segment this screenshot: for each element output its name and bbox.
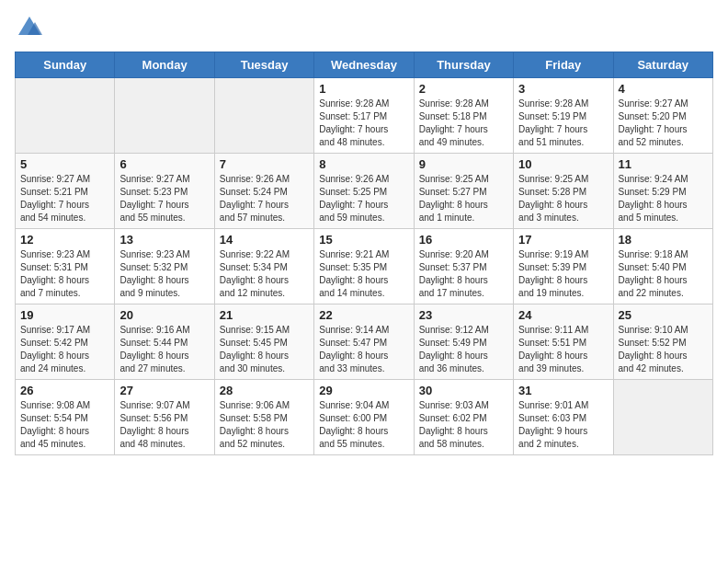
day-info: Sunrise: 9:27 AM Sunset: 5:23 PM Dayligh… (119, 173, 209, 224)
day-info: Sunrise: 9:25 AM Sunset: 5:27 PM Dayligh… (419, 173, 508, 224)
calendar-cell: 6Sunrise: 9:27 AM Sunset: 5:23 PM Daylig… (115, 154, 214, 229)
weekday-header-monday: Monday (115, 52, 214, 78)
calendar-cell: 22Sunrise: 9:14 AM Sunset: 5:47 PM Dayli… (314, 304, 414, 380)
calendar-cell: 17Sunrise: 9:19 AM Sunset: 5:39 PM Dayli… (514, 229, 613, 304)
weekday-header-thursday: Thursday (414, 52, 513, 78)
day-number: 27 (119, 384, 209, 397)
logo (15, 15, 42, 40)
calendar-cell: 23Sunrise: 9:12 AM Sunset: 5:49 PM Dayli… (414, 304, 513, 380)
calendar-cell: 30Sunrise: 9:03 AM Sunset: 6:02 PM Dayli… (414, 380, 513, 455)
day-number: 5 (20, 157, 109, 171)
day-info: Sunrise: 9:15 AM Sunset: 5:45 PM Dayligh… (220, 324, 309, 375)
day-info: Sunrise: 9:24 AM Sunset: 5:29 PM Dayligh… (619, 173, 708, 224)
calendar-cell: 5Sunrise: 9:27 AM Sunset: 5:21 PM Daylig… (16, 154, 115, 229)
calendar-cell: 12Sunrise: 9:23 AM Sunset: 5:31 PM Dayli… (16, 229, 115, 304)
logo-icon (17, 15, 42, 40)
day-info: Sunrise: 9:12 AM Sunset: 5:49 PM Dayligh… (419, 324, 508, 375)
day-info: Sunrise: 9:19 AM Sunset: 5:39 PM Dayligh… (518, 248, 608, 300)
weekday-header-row: SundayMondayTuesdayWednesdayThursdayFrid… (16, 52, 713, 78)
day-info: Sunrise: 9:28 AM Sunset: 5:17 PM Dayligh… (319, 98, 408, 149)
day-number: 13 (119, 233, 209, 247)
calendar-cell: 24Sunrise: 9:11 AM Sunset: 5:51 PM Dayli… (514, 304, 613, 380)
day-info: Sunrise: 9:26 AM Sunset: 5:25 PM Dayligh… (319, 173, 408, 224)
calendar-cell: 10Sunrise: 9:25 AM Sunset: 5:28 PM Dayli… (514, 154, 613, 229)
day-number: 26 (20, 384, 109, 397)
day-number: 18 (619, 233, 708, 247)
day-number: 22 (319, 308, 408, 322)
day-info: Sunrise: 9:07 AM Sunset: 5:56 PM Dayligh… (119, 399, 209, 451)
day-info: Sunrise: 9:26 AM Sunset: 5:24 PM Dayligh… (220, 173, 309, 224)
calendar-cell: 11Sunrise: 9:24 AM Sunset: 5:29 PM Dayli… (613, 154, 712, 229)
calendar-cell (613, 380, 712, 455)
calendar-week-row: 5Sunrise: 9:27 AM Sunset: 5:21 PM Daylig… (16, 154, 713, 229)
day-info: Sunrise: 9:10 AM Sunset: 5:52 PM Dayligh… (619, 324, 708, 375)
day-info: Sunrise: 9:21 AM Sunset: 5:35 PM Dayligh… (319, 248, 408, 300)
day-number: 21 (220, 308, 309, 322)
day-number: 16 (419, 233, 508, 247)
day-info: Sunrise: 9:25 AM Sunset: 5:28 PM Dayligh… (518, 173, 608, 224)
day-number: 1 (319, 82, 408, 96)
calendar-cell: 19Sunrise: 9:17 AM Sunset: 5:42 PM Dayli… (16, 304, 115, 380)
day-number: 28 (220, 384, 309, 397)
day-info: Sunrise: 9:16 AM Sunset: 5:44 PM Dayligh… (119, 324, 209, 375)
calendar-cell: 18Sunrise: 9:18 AM Sunset: 5:40 PM Dayli… (613, 229, 712, 304)
calendar-cell: 31Sunrise: 9:01 AM Sunset: 6:03 PM Dayli… (514, 380, 613, 455)
calendar-week-row: 12Sunrise: 9:23 AM Sunset: 5:31 PM Dayli… (16, 229, 713, 304)
calendar-cell: 29Sunrise: 9:04 AM Sunset: 6:00 PM Dayli… (314, 380, 414, 455)
day-number: 17 (518, 233, 608, 247)
calendar-cell: 2Sunrise: 9:28 AM Sunset: 5:18 PM Daylig… (414, 78, 513, 154)
calendar-cell: 1Sunrise: 9:28 AM Sunset: 5:17 PM Daylig… (314, 78, 414, 154)
day-info: Sunrise: 9:27 AM Sunset: 5:20 PM Dayligh… (619, 98, 708, 149)
calendar-cell: 9Sunrise: 9:25 AM Sunset: 5:27 PM Daylig… (414, 154, 513, 229)
weekday-header-wednesday: Wednesday (314, 52, 414, 78)
weekday-header-friday: Friday (514, 52, 613, 78)
calendar-cell: 20Sunrise: 9:16 AM Sunset: 5:44 PM Dayli… (115, 304, 214, 380)
day-number: 6 (119, 157, 209, 171)
day-info: Sunrise: 9:20 AM Sunset: 5:37 PM Dayligh… (419, 248, 508, 300)
page-header (15, 15, 713, 40)
calendar-week-row: 19Sunrise: 9:17 AM Sunset: 5:42 PM Dayli… (16, 304, 713, 380)
day-number: 3 (518, 82, 608, 96)
calendar-cell: 8Sunrise: 9:26 AM Sunset: 5:25 PM Daylig… (314, 154, 414, 229)
day-info: Sunrise: 9:14 AM Sunset: 5:47 PM Dayligh… (319, 324, 408, 375)
calendar-cell: 3Sunrise: 9:28 AM Sunset: 5:19 PM Daylig… (514, 78, 613, 154)
day-number: 4 (619, 82, 708, 96)
day-info: Sunrise: 9:17 AM Sunset: 5:42 PM Dayligh… (20, 324, 109, 375)
day-info: Sunrise: 9:06 AM Sunset: 5:58 PM Dayligh… (220, 399, 309, 451)
day-info: Sunrise: 9:11 AM Sunset: 5:51 PM Dayligh… (518, 324, 608, 375)
calendar-cell: 13Sunrise: 9:23 AM Sunset: 5:32 PM Dayli… (115, 229, 214, 304)
day-info: Sunrise: 9:04 AM Sunset: 6:00 PM Dayligh… (319, 399, 408, 451)
weekday-header-sunday: Sunday (16, 52, 115, 78)
day-info: Sunrise: 9:22 AM Sunset: 5:34 PM Dayligh… (220, 248, 309, 300)
day-info: Sunrise: 9:23 AM Sunset: 5:31 PM Dayligh… (20, 248, 109, 300)
day-number: 8 (319, 157, 408, 171)
day-number: 29 (319, 384, 408, 397)
calendar-cell: 4Sunrise: 9:27 AM Sunset: 5:20 PM Daylig… (613, 78, 712, 154)
day-number: 9 (419, 157, 508, 171)
calendar-cell: 15Sunrise: 9:21 AM Sunset: 5:35 PM Dayli… (314, 229, 414, 304)
day-number: 10 (518, 157, 608, 171)
calendar-cell: 16Sunrise: 9:20 AM Sunset: 5:37 PM Dayli… (414, 229, 513, 304)
weekday-header-tuesday: Tuesday (214, 52, 313, 78)
calendar-cell: 25Sunrise: 9:10 AM Sunset: 5:52 PM Dayli… (613, 304, 712, 380)
day-number: 19 (20, 308, 109, 322)
day-info: Sunrise: 9:01 AM Sunset: 6:03 PM Dayligh… (518, 399, 608, 451)
day-info: Sunrise: 9:23 AM Sunset: 5:32 PM Dayligh… (119, 248, 209, 300)
day-number: 15 (319, 233, 408, 247)
calendar-cell (115, 78, 214, 154)
calendar-cell: 26Sunrise: 9:08 AM Sunset: 5:54 PM Dayli… (16, 380, 115, 455)
calendar-cell: 14Sunrise: 9:22 AM Sunset: 5:34 PM Dayli… (214, 229, 313, 304)
calendar-table: SundayMondayTuesdayWednesdayThursdayFrid… (15, 52, 713, 455)
calendar-cell: 27Sunrise: 9:07 AM Sunset: 5:56 PM Dayli… (115, 380, 214, 455)
day-info: Sunrise: 9:28 AM Sunset: 5:18 PM Dayligh… (419, 98, 508, 149)
day-number: 30 (419, 384, 508, 397)
day-number: 31 (518, 384, 608, 397)
calendar-cell: 28Sunrise: 9:06 AM Sunset: 5:58 PM Dayli… (214, 380, 313, 455)
calendar-cell: 7Sunrise: 9:26 AM Sunset: 5:24 PM Daylig… (214, 154, 313, 229)
day-number: 25 (619, 308, 708, 322)
calendar-cell (16, 78, 115, 154)
day-number: 7 (220, 157, 309, 171)
day-info: Sunrise: 9:18 AM Sunset: 5:40 PM Dayligh… (619, 248, 708, 300)
calendar-cell: 21Sunrise: 9:15 AM Sunset: 5:45 PM Dayli… (214, 304, 313, 380)
day-number: 12 (20, 233, 109, 247)
